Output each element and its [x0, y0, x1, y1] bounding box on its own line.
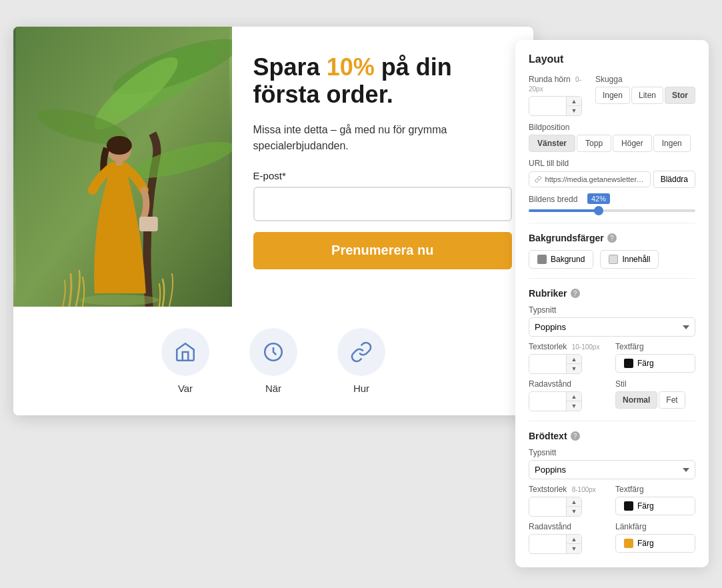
bildens-bredd-slider[interactable]: 42% [529, 209, 695, 212]
rubriker-typsnitt-label: Typsnitt [529, 305, 695, 315]
innehall-color-btn[interactable]: Innehåll [600, 250, 659, 269]
var-label: Var [178, 383, 193, 394]
tropical-background [13, 27, 232, 307]
rubriker-textstorlek-stepper[interactable]: 36 ▲ ▼ [529, 354, 582, 374]
headline-highlight: 10% [327, 53, 375, 81]
slider-fill [529, 209, 599, 212]
divider-1 [529, 223, 695, 223]
divider-3 [529, 421, 695, 421]
rubriker-radavstand-up[interactable]: ▲ [567, 392, 581, 401]
rubriker-radavstand-stepper[interactable]: 1.2 ▲ ▼ [529, 391, 582, 411]
brodtext-lankfarg-value: Färg [637, 539, 654, 548]
brodtext-radavstand-up[interactable]: ▲ [567, 535, 581, 544]
bildposition-label: Bildposition [529, 123, 695, 132]
brodtext-lankfarg-btn[interactable]: Färg [615, 534, 695, 553]
svg-rect-11 [139, 217, 158, 231]
rubriker-textstorlek-label: Textstorlek 10-100px [529, 342, 609, 351]
clock-icon [262, 341, 285, 363]
settings-panel: Layout Runda hörn 0-20px 10 ▲ ▼ Skugga I… [515, 40, 709, 567]
brodtext-help-icon[interactable]: ? [571, 431, 580, 441]
brodtext-radavstand-down[interactable]: ▼ [567, 544, 581, 553]
brodtext-radavstand-label: Radavstånd [529, 522, 609, 531]
rubriker-textstorlek-hint: 10-100px [572, 343, 600, 351]
skugga-label: Skugga [595, 75, 695, 84]
stepper-down[interactable]: ▼ [567, 106, 581, 115]
rubriker-radavstand-value[interactable]: 1.2 [529, 394, 566, 409]
rubriker-stil-label: Stil [615, 379, 695, 389]
bakgrundsfärger-section: Bakgrundsfärger ? Bakgrund Innehåll [529, 233, 695, 269]
bildposition-options: Vänster Topp Höger Ingen [529, 135, 695, 152]
stepper-buttons: ▲ ▼ [566, 97, 581, 115]
bildpos-hoger[interactable]: Höger [613, 135, 652, 152]
runda-horn-group: Runda hörn 0-20px 10 ▲ ▼ [529, 75, 583, 116]
bakgrund-label: Bakgrund [551, 255, 585, 264]
rubriker-textfarg-label: Textfärg [615, 342, 695, 351]
bakgrundsfärger-help-icon[interactable]: ? [607, 233, 617, 243]
email-input[interactable] [253, 187, 512, 221]
hur-label: Hur [353, 383, 369, 394]
bladdra-button[interactable]: Bläddra [653, 171, 695, 188]
skugga-liten[interactable]: Liten [631, 87, 663, 104]
slider-thumb[interactable] [594, 206, 603, 215]
bildpos-ingen[interactable]: Ingen [653, 135, 691, 152]
rubriker-title: Rubriker [529, 288, 567, 299]
brodtext-textstorlek-up[interactable]: ▲ [567, 497, 581, 507]
skugga-ingen[interactable]: Ingen [595, 87, 630, 104]
rubriker-textfarg-btn[interactable]: Färg [615, 354, 695, 373]
bildens-bredd-label: Bildens bredd [529, 195, 695, 204]
bakgrund-color-btn[interactable]: Bakgrund [529, 250, 593, 269]
stepper-up[interactable]: ▲ [567, 97, 581, 106]
rubriker-textfarg-value: Färg [637, 359, 654, 368]
rubriker-typsnitt-select[interactable]: Poppins [529, 317, 695, 337]
rubriker-radavstand-down[interactable]: ▼ [567, 401, 581, 411]
runda-horn-label: Runda hörn 0-20px [529, 75, 583, 93]
bakgrundsfärger-title-row: Bakgrundsfärger ? [529, 233, 695, 243]
runda-horn-stepper[interactable]: 10 ▲ ▼ [529, 96, 582, 116]
bakgrund-swatch [537, 255, 547, 264]
rubriker-textstorlek-group: Textstorlek 10-100px 36 ▲ ▼ [529, 342, 609, 374]
brodtext-textstorlek-stepper[interactable]: 18 ▲ ▼ [529, 497, 582, 517]
email-preview: Spara 10% på din första order. Missa int… [13, 27, 533, 415]
brodtext-textstorlek-hint: 8-100px [572, 486, 596, 493]
rubriker-radavstand-label: Radavstånd [529, 379, 609, 389]
rubriker-textstorlek-down[interactable]: ▼ [567, 364, 581, 373]
brodtext-textstorlek-group: Textstorlek 8-100px 18 ▲ ▼ [529, 485, 609, 517]
brodtext-radavstand-value[interactable]: 1.5 [529, 537, 566, 552]
rubriker-stil-normal[interactable]: Normal [615, 391, 657, 409]
email-subtext: Missa inte detta – gå med nu för grymma … [253, 122, 512, 154]
rubriker-radavstand-stil-row: Radavstånd 1.2 ▲ ▼ Stil Normal Fet [529, 379, 695, 411]
url-bild-group: URL till bild https://media.getanewslett… [529, 159, 695, 188]
bildpos-vanster[interactable]: Vänster [529, 135, 575, 152]
rubriker-help-icon[interactable]: ? [571, 289, 580, 298]
brodtext-textfarg-swatch [624, 501, 633, 511]
brodtext-radavstand-stepper[interactable]: 1.5 ▲ ▼ [529, 534, 582, 554]
bakgrundsfärger-title: Bakgrundsfärger [529, 233, 604, 243]
brodtext-textfarg-group: Textfärg Färg [615, 485, 695, 517]
home-icon [174, 341, 197, 363]
url-field[interactable]: https://media.getanewsletter.com/1 [529, 171, 651, 187]
rubriker-textstorlek-value[interactable]: 36 [529, 357, 566, 372]
brodtext-textstorlek-label: Textstorlek 8-100px [529, 485, 609, 494]
nar-label: När [265, 383, 281, 394]
bildens-bredd-group: Bildens bredd 42% [529, 195, 695, 212]
brodtext-textstorlek-down[interactable]: ▼ [567, 507, 581, 516]
rubriker-textstorlek-up[interactable]: ▲ [567, 355, 581, 364]
subscribe-button[interactable]: Prenumerera nu [253, 232, 512, 269]
skugga-stor[interactable]: Stor [665, 87, 695, 104]
bakgrundsfärger-buttons: Bakgrund Innehåll [529, 250, 695, 269]
email-image [13, 27, 232, 307]
brodtext-textstorlek-value[interactable]: 18 [529, 499, 566, 515]
icon-item-var: Var [161, 328, 209, 394]
icon-item-hur: Hur [337, 328, 385, 394]
bildpos-topp[interactable]: Topp [577, 135, 611, 152]
brodtext-typsnitt-select[interactable]: Poppins [529, 460, 695, 479]
rubriker-stil-fet[interactable]: Fet [659, 391, 685, 409]
link-small-icon [535, 175, 542, 183]
skugga-options: Ingen Liten Stor [595, 87, 695, 104]
brodtext-textfarg-btn[interactable]: Färg [615, 497, 695, 515]
runda-horn-value[interactable]: 10 [529, 99, 566, 114]
url-value: https://media.getanewsletter.com/1 [545, 175, 645, 183]
svg-point-9 [107, 136, 132, 155]
link-icon [350, 341, 373, 363]
email-headline: Spara 10% på din första order. [253, 53, 512, 109]
